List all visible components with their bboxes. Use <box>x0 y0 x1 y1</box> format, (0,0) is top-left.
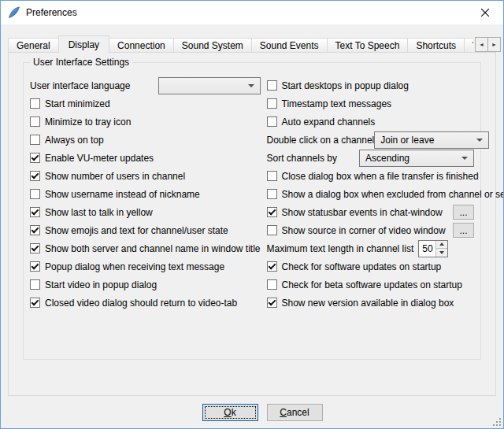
checkbox-label: Show username instead of nickname <box>45 189 200 200</box>
sort-channels-row: Sort channels by Ascending <box>267 149 475 167</box>
tab-display[interactable]: Display <box>58 35 109 53</box>
checkbox-box <box>30 116 40 127</box>
dialog-footer: Ok Cancel <box>1 404 503 421</box>
checkbox-statusbar-events[interactable]: Show statusbar events in chat-window <box>267 207 443 218</box>
combo-value: Join or leave <box>380 135 434 146</box>
language-combobox[interactable] <box>158 77 261 94</box>
checkbox-box <box>267 207 277 217</box>
checkbox-label: Always on top <box>45 135 104 146</box>
checkbox-box <box>30 207 40 217</box>
checkbox-check-updates[interactable]: Check for software updates on startup <box>267 257 475 276</box>
checkbox-label: Minimize to tray icon <box>45 116 131 128</box>
checkbox-server-channel-in-title[interactable]: Show both server and channel name in win… <box>30 239 261 257</box>
checkbox-video-popup-dialog[interactable]: Start video in popup dialog <box>30 276 261 294</box>
spinner-down-button[interactable] <box>436 249 447 257</box>
video-source-browse-button[interactable]: ... <box>453 223 474 238</box>
left-column: User interface language Start minimized … <box>30 76 261 312</box>
max-text-length-spinner[interactable]: 50 <box>418 240 448 257</box>
checkbox-show-username[interactable]: Show username instead of nickname <box>30 185 261 203</box>
checkbox-box <box>30 98 40 109</box>
checkbox-box <box>267 189 277 199</box>
checkbox-check-beta-updates[interactable]: Check for beta software updates on start… <box>267 276 475 294</box>
sort-channels-combobox[interactable]: Ascending <box>359 150 474 167</box>
spinner-value: 50 <box>419 241 435 257</box>
double-click-row: Double click on a channel Join or leave <box>267 131 475 149</box>
chevron-down-icon <box>476 139 483 142</box>
spinner-up-button[interactable] <box>436 241 447 250</box>
checkbox-excluded-dialog[interactable]: Show a dialog box when excluded from cha… <box>267 185 475 203</box>
combo-value: Ascending <box>365 153 410 164</box>
checkbox-new-version-dialog[interactable]: Show new version available in dialog box <box>267 294 475 312</box>
settings-columns: User interface language Start minimized … <box>24 63 480 312</box>
tab-sound-system[interactable]: Sound System <box>173 38 252 53</box>
tab-general[interactable]: General <box>8 38 59 53</box>
checkbox-desktops-popup[interactable]: Start desktops in popup dialog <box>267 76 475 94</box>
video-source-row: Show source in corner of video window ..… <box>267 221 475 239</box>
checkbox-video-return-to-tab[interactable]: Closed video dialog should return to vid… <box>30 294 261 312</box>
groupbox-title: User Interface Settings <box>30 57 132 68</box>
checkbox-label: Timestamp text messages <box>282 98 392 109</box>
double-click-combobox[interactable]: Join or leave <box>374 131 489 149</box>
tab-label: Sound Events <box>260 40 319 51</box>
checkbox-minimize-to-tray[interactable]: Minimize to tray icon <box>30 113 261 131</box>
checkbox-box <box>267 80 277 91</box>
resize-grip[interactable] <box>491 416 501 426</box>
tab-text-to-speech[interactable]: Text To Speech <box>327 38 409 53</box>
checkbox-label: Auto expand channels <box>282 116 376 128</box>
checkbox-label: Close dialog box when a file transfer is… <box>282 171 479 182</box>
tab-bar: General Display Connection Sound System … <box>8 35 473 53</box>
titlebar[interactable]: Preferences <box>1 1 503 24</box>
statusbar-events-row: Show statusbar events in chat-window ... <box>267 203 475 221</box>
checkbox-popup-text-message[interactable]: Popup dialog when receiving text message <box>30 257 261 276</box>
tab-scroll-left-button[interactable]: ◄ <box>475 37 488 52</box>
checkbox-box <box>30 153 40 163</box>
ok-button-label: Ok <box>203 407 258 418</box>
checkbox-box <box>30 243 40 253</box>
checkbox-label: Show emojis and text for channel/user st… <box>45 225 228 236</box>
checkbox-label: Show a dialog box when excluded from cha… <box>282 189 504 200</box>
user-interface-settings-group: User Interface Settings User interface l… <box>23 62 481 360</box>
checkbox-show-user-count[interactable]: Show number of users in channel <box>30 167 261 185</box>
checkbox-box <box>30 225 40 235</box>
checkbox-last-to-talk-yellow[interactable]: Show last to talk in yellow <box>30 203 261 221</box>
right-column: Start desktops in popup dialog Timestamp… <box>267 76 475 312</box>
tab-sound-events[interactable]: Sound Events <box>251 38 328 53</box>
tab-label: General <box>17 40 50 51</box>
checkbox-box <box>267 261 277 272</box>
checkbox-always-on-top[interactable]: Always on top <box>30 131 261 149</box>
checkbox-box <box>30 189 40 199</box>
arrow-left-icon: ◄ <box>479 42 484 47</box>
checkbox-start-minimized[interactable]: Start minimized <box>30 94 261 113</box>
spinner-buttons <box>435 241 447 257</box>
cancel-button[interactable]: Cancel <box>267 404 323 421</box>
checkbox-label: Show statusbar events in chat-window <box>282 207 443 218</box>
checkbox-vu-meter-updates[interactable]: Enable VU-meter updates <box>30 149 261 167</box>
checkbox-timestamp-messages[interactable]: Timestamp text messages <box>267 94 475 113</box>
checkbox-label: Check for beta software updates on start… <box>282 279 462 290</box>
tab-scroll-right-button[interactable]: ► <box>487 37 501 52</box>
tab-connection[interactable]: Connection <box>109 38 174 53</box>
ok-button[interactable]: Ok <box>202 404 258 421</box>
checkbox-auto-expand-channels[interactable]: Auto expand channels <box>267 113 475 131</box>
display-tab-page: User Interface Settings User interface l… <box>8 52 496 396</box>
checkbox-box <box>30 279 40 290</box>
checkbox-label: Show number of users in channel <box>45 171 185 182</box>
arrow-right-icon: ► <box>491 42 497 47</box>
checkbox-label: Start video in popup dialog <box>45 279 157 290</box>
checkbox-box <box>267 171 277 181</box>
checkbox-close-filetransfer-dialog[interactable]: Close dialog box when a file transfer is… <box>267 167 475 185</box>
checkbox-show-emojis[interactable]: Show emojis and text for channel/user st… <box>30 221 261 239</box>
checkbox-box <box>30 298 40 308</box>
statusbar-events-browse-button[interactable]: ... <box>453 205 474 220</box>
checkbox-label: Show new version available in dialog box <box>282 298 454 309</box>
checkbox-video-source-corner[interactable]: Show source in corner of video window <box>267 225 446 236</box>
chevron-down-icon <box>248 84 254 87</box>
tab-video[interactable]: Video <box>464 38 473 53</box>
tab-label: Video <box>472 40 473 51</box>
checkbox-box <box>267 116 277 127</box>
checkbox-label: Start minimized <box>45 98 110 109</box>
max-text-length-label: Maximum text length in channel list <box>267 243 414 254</box>
tab-shortcuts[interactable]: Shortcuts <box>407 38 465 53</box>
close-button[interactable] <box>467 1 503 24</box>
tab-label: Connection <box>117 40 165 51</box>
